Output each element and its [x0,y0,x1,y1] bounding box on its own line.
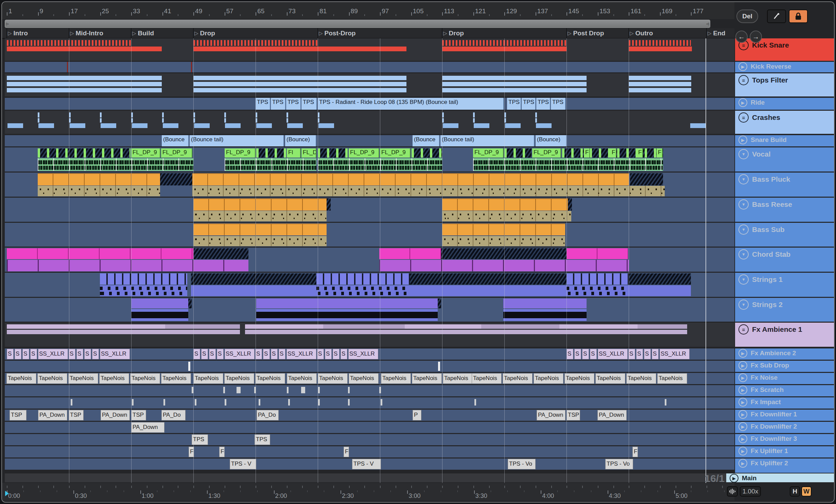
clip-ss[interactable]: S [636,349,643,359]
clip-gy[interactable]: F [632,447,638,457]
clip-gy[interactable]: TapeNois [161,373,191,384]
clip-gy[interactable]: P [413,410,421,420]
clip-tk[interactable] [71,399,72,406]
playback-speed-display[interactable]: 1.00x [740,486,761,497]
clip-lv1l[interactable] [7,324,165,329]
clip-gy[interactable]: TapeNois [657,373,687,384]
play-track-icon[interactable]: ▶ [738,98,747,107]
track-header-fx-ambience-1[interactable]: ≡Fx Ambience 1 [735,323,835,347]
clip-ct[interactable] [535,112,537,118]
clip-gy[interactable]: PA_Down [131,422,164,433]
clip-ss[interactable]: S [15,349,21,359]
clip-gy[interactable]: TPS - Vo [508,459,536,469]
clip-ss[interactable]: S [69,349,75,359]
track-header-chord-stab[interactable]: ▼Chord Stab [735,248,835,272]
clip-vs[interactable] [316,273,410,285]
lane-fx-sub-drop[interactable] [5,361,734,372]
clip-gwave[interactable] [473,158,663,171]
clip-cb[interactable] [70,123,85,128]
clip-rthin[interactable] [67,62,68,72]
zoom-height-button[interactable]: H [790,486,800,497]
clip-tan[interactable] [38,186,160,196]
clip-gy[interactable]: PA_Down [597,410,627,420]
draw-mode-button[interactable] [767,10,786,23]
locator-post-drop[interactable]: ▷Post-Drop [319,29,355,38]
play-track-icon[interactable]: ▶ [738,361,747,370]
clip-or[interactable] [442,198,568,211]
clip-orh[interactable] [568,198,572,211]
clip-glabel[interactable]: FL_DP_9 [349,148,379,158]
lane-fx-impact[interactable] [5,397,734,409]
clip-ss[interactable]: SS_XLLR [225,349,255,359]
clip-gy[interactable]: PA_Down [38,410,67,420]
clip-ss[interactable]: S [317,349,324,359]
clip-ss[interactable]: SS_XLLR [348,349,378,359]
clip-ss[interactable]: S [590,349,597,359]
fold-track-icon[interactable]: ▼ [738,224,749,235]
clip-tk[interactable] [163,399,165,406]
lane-fx-ambience-2[interactable]: SSSSSS_XLLRSSSSSS_XLLRSSSSSS_XLLRSSSSSS_… [5,348,734,360]
clip-gy[interactable]: TapeNois [626,373,656,384]
track-header-snare-build[interactable]: ▶Snare Build [735,135,835,146]
clip-cb[interactable] [101,123,116,128]
clip-ct2[interactable] [473,118,475,122]
clip-ar[interactable] [567,285,629,296]
forward-navigation-button[interactable]: → [750,31,762,43]
clip-ct[interactable] [224,112,226,118]
clip-pkh[interactable] [441,248,567,259]
clip-gslice[interactable] [412,148,442,158]
play-track-icon[interactable]: ▶ [730,474,738,482]
clip-tk[interactable] [287,387,289,393]
clip-cb[interactable] [474,123,489,128]
clip-tk[interactable] [237,387,241,393]
clip-lb[interactable]: TPS [507,98,521,110]
clip-ss[interactable]: S [567,349,573,359]
clip-ss[interactable]: S [217,349,224,359]
clip-lv1d[interactable] [481,324,559,329]
zoom-width-button[interactable]: W [801,486,812,497]
clip-ss[interactable]: S [209,349,216,359]
clip-lb[interactable]: TPS [522,98,536,110]
clip-lv2[interactable] [245,330,687,334]
clip-ss[interactable]: S [76,349,83,359]
lane-fx-scratch[interactable] [5,385,734,396]
fold-track-icon[interactable]: ▼ [738,249,749,259]
clip-gy[interactable]: TPS [192,434,208,445]
clip-cb[interactable] [7,123,23,128]
lane-main[interactable] [5,473,734,482]
clip-glabel[interactable]: F [637,148,643,158]
clip-orh[interactable] [327,198,331,211]
clip-pk[interactable] [567,248,628,259]
clip-bd[interactable] [503,309,587,321]
clip-cb[interactable] [163,123,178,128]
clip-ss[interactable]: S [263,349,270,359]
clip-lb[interactable]: (Bounce) [536,135,567,146]
clip-or[interactable] [193,223,327,235]
clip-b3[interactable] [7,73,162,96]
clip-ss[interactable]: S [333,349,339,359]
clip-gy[interactable]: TapeNois [68,373,98,384]
track-header-ride[interactable]: ▶Ride [735,98,835,110]
clip-ct2[interactable] [224,118,226,122]
lock-envelopes-button[interactable] [789,10,808,23]
clip-b3[interactable] [193,73,406,96]
play-track-icon[interactable]: ▶ [738,434,747,443]
clip-pe[interactable] [629,285,691,296]
track-header-tops-filter[interactable]: ≡Tops Filter [735,73,835,96]
clip-ct2[interactable] [535,118,537,122]
fold-track-icon[interactable]: ▼ [738,149,749,159]
clip-ct[interactable] [162,112,164,118]
clip-ss[interactable]: S [628,349,635,359]
lane-snare-build[interactable]: (Bounce(Bounce tail)(Bounce)(Bounce(Boun… [5,135,734,146]
clip-gy[interactable]: TPS - V [230,459,256,469]
clip-gslice[interactable] [504,148,532,158]
clip-gy[interactable]: TapeNois [130,373,160,384]
clip-orh[interactable] [630,173,663,185]
clip-gy[interactable]: TapeNois [412,373,442,384]
clip-glabel[interactable]: FL_DP_9 [380,148,411,158]
clip-lb[interactable]: TPS [286,98,301,110]
clip-ss[interactable]: S [84,349,91,359]
clip-ss[interactable]: SS_XLLR [598,349,628,359]
locator-mid-intro[interactable]: ▷Mid-Intro [70,29,103,38]
waveform-zoom-button[interactable] [727,486,738,497]
